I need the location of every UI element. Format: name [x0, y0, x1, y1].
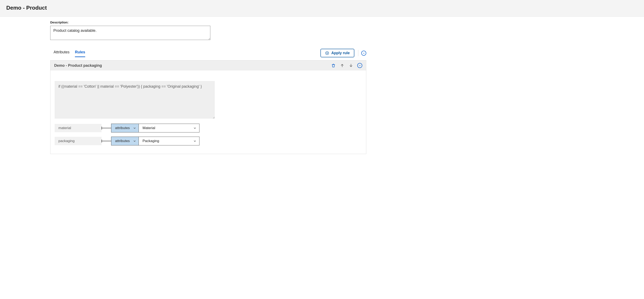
- trash-icon: [331, 64, 336, 68]
- binding-type-select[interactable]: attributes: [111, 124, 139, 132]
- binding-type-select[interactable]: attributes: [111, 137, 139, 146]
- binding-value-select[interactable]: Packaging: [139, 137, 200, 146]
- rule-header: Demo - Product packaging: [50, 60, 366, 70]
- apply-rule-button[interactable]: Apply rule: [320, 49, 354, 57]
- binding-value-select[interactable]: Material: [139, 124, 200, 132]
- tabs-more-button[interactable]: [361, 51, 366, 56]
- tabs-row: Attributes Rules Apply rule: [50, 49, 366, 57]
- connector-line: [102, 128, 111, 128]
- binding-type-value: attributes: [115, 126, 130, 130]
- rule-actions: [331, 63, 362, 68]
- description-input[interactable]: [50, 26, 210, 40]
- rule-body: material attributes Material packaging: [50, 70, 366, 154]
- apply-rule-label: Apply rule: [331, 51, 350, 55]
- content-area: Description: Attributes Rules Apply rule…: [50, 17, 366, 162]
- divider: [358, 50, 358, 56]
- description-label: Description:: [50, 20, 366, 24]
- binding-type-value: attributes: [115, 139, 130, 143]
- rule-panel: Demo - Product packaging: [50, 60, 366, 154]
- arrow-up-icon: [340, 64, 344, 68]
- tabs: Attributes Rules: [54, 49, 85, 57]
- binding-variable: packaging: [55, 137, 102, 145]
- chevron-down-icon: [133, 126, 136, 130]
- tab-rules[interactable]: Rules: [75, 49, 85, 57]
- binding-row: packaging attributes Packaging: [55, 137, 362, 146]
- move-down-button[interactable]: [348, 63, 354, 68]
- connector-line: [102, 141, 111, 141]
- chevron-down-icon: [194, 140, 196, 142]
- binding-variable: material: [55, 124, 102, 132]
- binding-row: material attributes Material: [55, 124, 362, 132]
- chevron-down-icon: [133, 140, 136, 142]
- plus-circle-icon: [325, 51, 329, 55]
- move-up-button[interactable]: [340, 63, 345, 68]
- collapse-rule-button[interactable]: [357, 63, 362, 68]
- arrow-down-icon: [349, 64, 353, 68]
- chevron-down-icon: [358, 64, 361, 67]
- chevron-down-icon: [362, 52, 365, 54]
- delete-rule-button[interactable]: [331, 63, 336, 68]
- page-title: Demo - Product: [6, 4, 638, 11]
- bindings: material attributes Material packaging: [55, 124, 362, 146]
- binding-value: Packaging: [142, 139, 159, 143]
- chevron-down-icon: [194, 126, 196, 130]
- rule-code-input[interactable]: [55, 81, 215, 119]
- rule-title: Demo - Product packaging: [54, 64, 331, 68]
- binding-value: Material: [142, 126, 155, 130]
- tab-attributes[interactable]: Attributes: [54, 49, 70, 57]
- page-header: Demo - Product: [0, 0, 644, 17]
